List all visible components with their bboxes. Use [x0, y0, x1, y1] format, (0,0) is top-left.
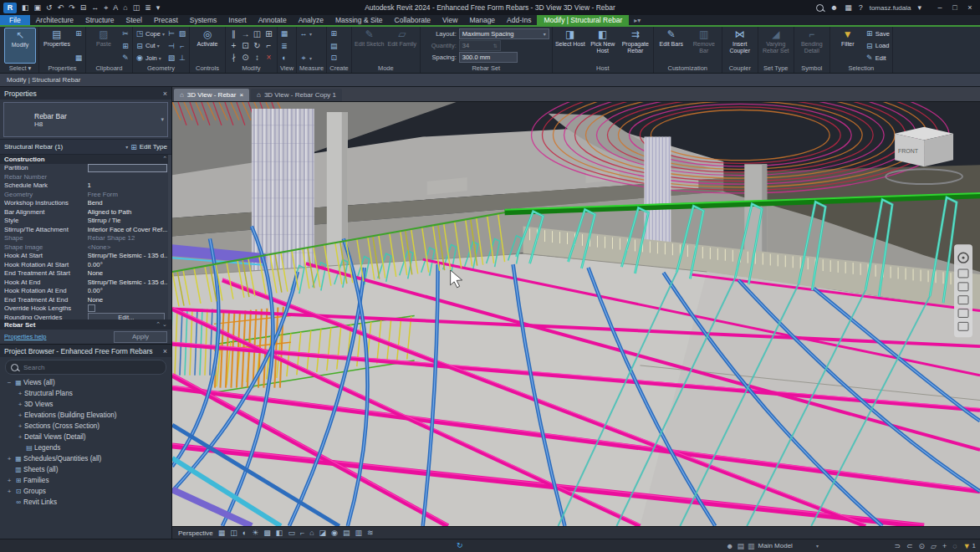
- match-type-button[interactable]: ✎: [121, 53, 130, 63]
- cope-button[interactable]: ◳Cope▾: [135, 28, 165, 38]
- property-checkbox-override-hook-lengths[interactable]: [88, 304, 95, 312]
- browser-item-structural-plans[interactable]: +Structural Plans: [0, 388, 171, 399]
- section-icon[interactable]: ◫: [133, 4, 140, 12]
- panel-label-controls[interactable]: Controls: [192, 64, 222, 73]
- user-icon[interactable]: ☻: [830, 4, 838, 12]
- property-value-hook-rotation-at-end[interactable]: 0.00°: [88, 287, 168, 294]
- text-note-icon[interactable]: A: [113, 4, 118, 12]
- worksharing-display-icon[interactable]: ▤: [343, 529, 350, 537]
- layout-select[interactable]: Maximum Spacing▾: [459, 28, 549, 39]
- search-icon[interactable]: [816, 4, 824, 12]
- unjoin-button[interactable]: ⊥: [178, 53, 186, 63]
- rotate-button[interactable]: ↻: [252, 40, 263, 52]
- expander-icon[interactable]: +: [16, 411, 24, 419]
- activate-controls-button[interactable]: ◎Activate: [192, 28, 222, 64]
- navigation-bar[interactable]: [954, 244, 972, 337]
- viewcube-front-label[interactable]: FRONT: [898, 148, 919, 154]
- model-caret-icon[interactable]: ▾: [816, 543, 819, 549]
- browser-item-legends[interactable]: ▤Legends: [0, 442, 171, 453]
- select-host-button[interactable]: ◨Select Host: [555, 28, 585, 64]
- panel-label-geometry[interactable]: Geometry: [135, 64, 186, 73]
- lock-3d-view-icon[interactable]: ⌂: [309, 529, 314, 537]
- type-selector[interactable]: Rebar Bar H8 ▾: [3, 102, 168, 137]
- panel-label-modify[interactable]: Modify: [228, 64, 274, 73]
- scale-button[interactable]: ↕: [252, 52, 263, 64]
- expander-icon[interactable]: +: [16, 401, 24, 408]
- edit-bars-button[interactable]: ✎Edit Bars: [656, 28, 687, 64]
- thin-lines-button[interactable]: ≣: [280, 41, 288, 51]
- insert-coupler-button[interactable]: ⋈Insert Coupler: [725, 28, 755, 64]
- browser-item-revit-links[interactable]: ∞Revit Links: [0, 497, 171, 508]
- align-button[interactable]: ∥: [228, 28, 239, 40]
- property-value-end-treatment-at-start[interactable]: None: [88, 269, 168, 277]
- property-value-hook-at-end[interactable]: Stirrup/Tie Seismic - 135 d...: [88, 279, 168, 286]
- drag-on-selection-icon[interactable]: +: [942, 542, 947, 550]
- editable-worksets-icon[interactable]: ☻: [726, 542, 733, 550]
- property-value-schedule-mark[interactable]: 1: [88, 181, 168, 189]
- expander-icon[interactable]: +: [5, 488, 13, 495]
- split-button[interactable]: ∤: [228, 52, 239, 64]
- properties-close-icon[interactable]: ×: [163, 89, 167, 98]
- delete-button[interactable]: ×: [263, 52, 274, 64]
- expander-icon[interactable]: +: [5, 477, 13, 484]
- section-construction[interactable]: Construction⌃: [0, 155, 171, 164]
- property-value-style[interactable]: Stirrup / Tie: [88, 217, 168, 224]
- analytical-model-icon[interactable]: ≋: [367, 529, 374, 537]
- view-tab-3d-view-rebar[interactable]: ⌂3D View - Rebar×: [174, 89, 249, 101]
- background-process-icon[interactable]: ↻: [457, 541, 463, 549]
- create-similar-button[interactable]: ⊞: [329, 28, 338, 38]
- panel-label-selection[interactable]: Selection: [833, 64, 890, 73]
- properties-button[interactable]: ▤Properties: [42, 28, 72, 64]
- temporary-view-properties-icon[interactable]: ▥: [355, 529, 362, 537]
- measure-button[interactable]: ↔▾: [299, 28, 312, 38]
- browser-item-groups[interactable]: +⊡Groups: [0, 486, 171, 497]
- 3d-scene[interactable]: FRONT: [172, 102, 980, 526]
- hide-elements-button[interactable]: ◐: [280, 53, 288, 63]
- minimize-button[interactable]: –: [933, 3, 947, 12]
- property-value-hook-rotation-at-start[interactable]: 0.00°: [88, 261, 168, 268]
- browser-item-sheets-all[interactable]: ▥Sheets (all): [0, 464, 171, 475]
- browser-item-sections-cross-section[interactable]: +Sections (Cross Section): [0, 421, 171, 432]
- background-processes-icon[interactable]: ◌: [952, 542, 957, 550]
- section-chevron-icon[interactable]: ⌃ ⌄: [156, 321, 167, 328]
- signed-in-user[interactable]: tomasz.fudala: [870, 4, 911, 12]
- property-value-hook-at-start[interactable]: Stirrup/Tie Seismic - 135 d...: [88, 252, 168, 259]
- beam-joins-button[interactable]: ⊣: [167, 41, 176, 51]
- browser-item-schedules-quantities-all[interactable]: +▦Schedules/Quantities (all): [0, 453, 171, 464]
- tab-precast[interactable]: Precast: [148, 15, 184, 25]
- modify-button[interactable]: ↖Modify: [4, 28, 36, 64]
- browser-item-elevations-building-elevation[interactable]: +Elevations (Building Elevation): [0, 410, 171, 421]
- browser-item-views-all[interactable]: −▦Views (all): [0, 377, 171, 388]
- property-value-bar-alignment[interactable]: Aligned to Path: [88, 208, 168, 216]
- tab-massing-site[interactable]: Massing & Site: [329, 15, 389, 25]
- sync-with-central-icon[interactable]: ↺: [46, 4, 53, 12]
- type-properties-button[interactable]: ▦: [74, 53, 83, 63]
- aligned-dimension-button[interactable]: ⌖▾: [299, 53, 312, 63]
- property-value-end-treatment-at-end[interactable]: None: [88, 296, 168, 304]
- thin-lines-icon[interactable]: ≣: [145, 4, 151, 12]
- tab-annotate[interactable]: Annotate: [253, 15, 293, 25]
- help-video-icon[interactable]: ▸▾: [629, 15, 646, 25]
- edit-type-button[interactable]: Edit Type: [140, 143, 167, 151]
- aligned-dimension-icon[interactable]: ⌖: [104, 4, 108, 12]
- tab-modify-structural-rebar[interactable]: Modify | Structural Rebar: [537, 15, 629, 25]
- rendering-icon[interactable]: ◧: [276, 529, 283, 537]
- undo-icon[interactable]: ↶: [58, 4, 64, 12]
- temporary-hide-isolate-icon[interactable]: ◪: [319, 529, 327, 537]
- property-button-rounding-overrides[interactable]: Edit...: [88, 313, 166, 319]
- expander-icon[interactable]: −: [5, 379, 13, 386]
- property-value-workshop-instructions[interactable]: Bend: [88, 199, 168, 207]
- split-face-button[interactable]: ▧: [167, 53, 176, 63]
- search-input[interactable]: [22, 363, 161, 372]
- restore-button[interactable]: □: [948, 3, 962, 12]
- browser-item-3d-views[interactable]: +3D Views: [0, 399, 171, 410]
- customize-qat-icon[interactable]: ▾: [156, 4, 161, 12]
- tab-file[interactable]: File: [0, 15, 30, 25]
- demolish-button[interactable]: ⌐: [178, 41, 186, 51]
- array-button[interactable]: ⊞: [263, 28, 274, 40]
- pin-button[interactable]: ⊙: [240, 52, 251, 64]
- select-links-icon[interactable]: ⊃: [894, 542, 901, 550]
- property-input-partition[interactable]: [88, 164, 168, 172]
- user-menu-caret-icon[interactable]: ▾: [917, 4, 921, 12]
- save-selection-button[interactable]: ⊞Save: [865, 28, 890, 38]
